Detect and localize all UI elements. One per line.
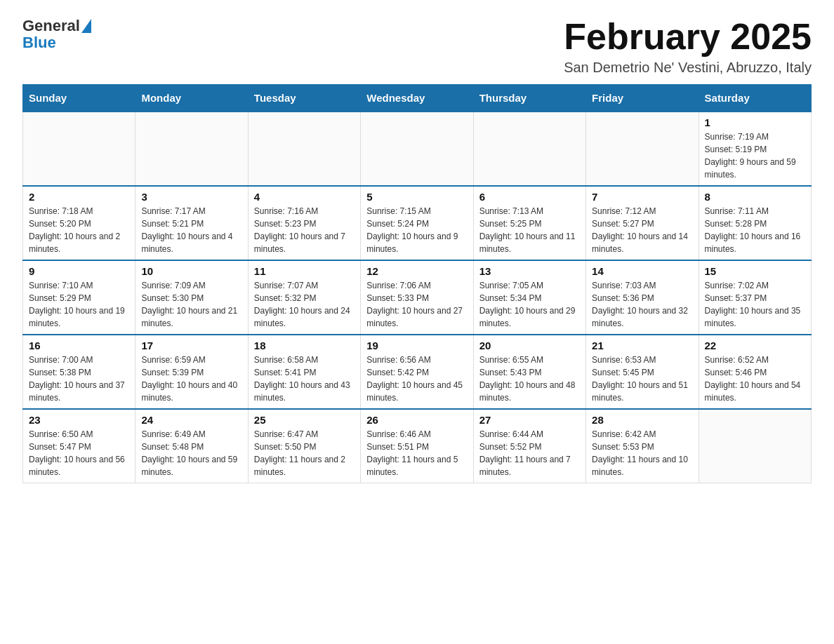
calendar-cell [473, 112, 585, 186]
day-info: Sunrise: 6:46 AMSunset: 5:51 PMDaylight:… [366, 428, 467, 478]
day-header-tuesday: Tuesday [248, 85, 360, 112]
day-info: Sunrise: 6:55 AMSunset: 5:43 PMDaylight:… [479, 354, 580, 404]
day-info: Sunrise: 7:09 AMSunset: 5:30 PMDaylight:… [141, 279, 241, 330]
day-header-sunday: Sunday [23, 85, 135, 112]
calendar-cell: 22Sunrise: 6:52 AMSunset: 5:46 PMDayligh… [699, 335, 811, 409]
day-number: 12 [366, 265, 467, 277]
logo: General Blue [22, 17, 91, 52]
calendar-cell: 6Sunrise: 7:13 AMSunset: 5:25 PMDaylight… [473, 186, 585, 260]
calendar-cell: 19Sunrise: 6:56 AMSunset: 5:42 PMDayligh… [361, 335, 473, 409]
calendar-cell: 8Sunrise: 7:11 AMSunset: 5:28 PMDaylight… [699, 186, 811, 260]
day-header-monday: Monday [135, 85, 248, 112]
day-number: 24 [141, 414, 241, 426]
calendar-cell: 24Sunrise: 6:49 AMSunset: 5:48 PMDayligh… [135, 409, 248, 483]
calendar-cell: 7Sunrise: 7:12 AMSunset: 5:27 PMDaylight… [586, 186, 699, 260]
day-info: Sunrise: 7:12 AMSunset: 5:27 PMDaylight:… [592, 205, 692, 255]
title-section: February 2025 San Demetrio Ne' Vestini, … [564, 17, 812, 76]
calendar-week-row: 23Sunrise: 6:50 AMSunset: 5:47 PMDayligh… [23, 409, 812, 483]
calendar-cell: 5Sunrise: 7:15 AMSunset: 5:24 PMDaylight… [361, 186, 473, 260]
day-info: Sunrise: 6:56 AMSunset: 5:42 PMDaylight:… [366, 354, 467, 404]
day-header-friday: Friday [586, 85, 699, 112]
day-number: 26 [366, 414, 467, 426]
day-info: Sunrise: 6:58 AMSunset: 5:41 PMDaylight:… [254, 354, 355, 404]
calendar-cell [135, 112, 248, 186]
day-info: Sunrise: 7:19 AMSunset: 5:19 PMDaylight:… [705, 130, 805, 181]
calendar-cell: 11Sunrise: 7:07 AMSunset: 5:32 PMDayligh… [248, 260, 360, 335]
day-info: Sunrise: 7:16 AMSunset: 5:23 PMDaylight:… [254, 205, 355, 255]
page-header: General Blue February 2025 San Demetrio … [22, 17, 812, 76]
day-info: Sunrise: 6:53 AMSunset: 5:45 PMDaylight:… [592, 354, 692, 404]
calendar-cell: 25Sunrise: 6:47 AMSunset: 5:50 PMDayligh… [248, 409, 360, 483]
location-subtitle: San Demetrio Ne' Vestini, Abruzzo, Italy [564, 60, 812, 76]
calendar-week-row: 16Sunrise: 7:00 AMSunset: 5:38 PMDayligh… [23, 335, 812, 409]
logo-general-text: General [22, 17, 80, 35]
day-number: 17 [141, 340, 241, 351]
day-info: Sunrise: 6:50 AMSunset: 5:47 PMDaylight:… [29, 428, 129, 478]
day-number: 7 [592, 191, 692, 203]
logo-blue-text: Blue [22, 34, 56, 52]
day-info: Sunrise: 6:44 AMSunset: 5:52 PMDaylight:… [479, 428, 580, 478]
calendar-cell: 1Sunrise: 7:19 AMSunset: 5:19 PMDaylight… [699, 112, 811, 186]
day-header-thursday: Thursday [473, 85, 585, 112]
calendar-header-row: SundayMondayTuesdayWednesdayThursdayFrid… [23, 85, 812, 112]
day-number: 13 [479, 265, 580, 277]
day-info: Sunrise: 6:52 AMSunset: 5:46 PMDaylight:… [705, 354, 805, 404]
day-number: 3 [141, 191, 241, 203]
calendar-cell: 28Sunrise: 6:42 AMSunset: 5:53 PMDayligh… [586, 409, 699, 483]
day-number: 18 [254, 340, 355, 351]
calendar-week-row: 9Sunrise: 7:10 AMSunset: 5:29 PMDaylight… [23, 260, 812, 335]
day-number: 16 [29, 340, 129, 351]
day-info: Sunrise: 7:00 AMSunset: 5:38 PMDaylight:… [29, 354, 129, 404]
day-info: Sunrise: 7:05 AMSunset: 5:34 PMDaylight:… [479, 279, 580, 330]
day-header-saturday: Saturday [699, 85, 811, 112]
calendar-cell [699, 409, 811, 483]
day-info: Sunrise: 7:07 AMSunset: 5:32 PMDaylight:… [254, 279, 355, 330]
calendar-cell [586, 112, 699, 186]
calendar-cell: 21Sunrise: 6:53 AMSunset: 5:45 PMDayligh… [586, 335, 699, 409]
calendar-week-row: 1Sunrise: 7:19 AMSunset: 5:19 PMDaylight… [23, 112, 812, 186]
calendar-cell: 9Sunrise: 7:10 AMSunset: 5:29 PMDaylight… [23, 260, 135, 335]
day-number: 4 [254, 191, 355, 203]
day-number: 22 [705, 340, 805, 351]
day-number: 10 [141, 265, 241, 277]
day-number: 23 [29, 414, 129, 426]
day-number: 5 [366, 191, 467, 203]
calendar-cell: 26Sunrise: 6:46 AMSunset: 5:51 PMDayligh… [361, 409, 473, 483]
calendar-week-row: 2Sunrise: 7:18 AMSunset: 5:20 PMDaylight… [23, 186, 812, 260]
day-number: 2 [29, 191, 129, 203]
calendar-cell: 20Sunrise: 6:55 AMSunset: 5:43 PMDayligh… [473, 335, 585, 409]
calendar-cell: 17Sunrise: 6:59 AMSunset: 5:39 PMDayligh… [135, 335, 248, 409]
day-number: 25 [254, 414, 355, 426]
day-header-wednesday: Wednesday [361, 85, 473, 112]
day-number: 1 [705, 116, 805, 128]
month-title: February 2025 [564, 17, 812, 57]
calendar-cell [361, 112, 473, 186]
calendar-cell: 23Sunrise: 6:50 AMSunset: 5:47 PMDayligh… [23, 409, 135, 483]
calendar-cell [248, 112, 360, 186]
day-number: 15 [705, 265, 805, 277]
day-number: 9 [29, 265, 129, 277]
calendar-cell: 13Sunrise: 7:05 AMSunset: 5:34 PMDayligh… [473, 260, 585, 335]
day-info: Sunrise: 7:06 AMSunset: 5:33 PMDaylight:… [366, 279, 467, 330]
calendar-cell: 15Sunrise: 7:02 AMSunset: 5:37 PMDayligh… [699, 260, 811, 335]
day-number: 27 [479, 414, 580, 426]
day-number: 28 [592, 414, 692, 426]
day-info: Sunrise: 7:18 AMSunset: 5:20 PMDaylight:… [29, 205, 129, 255]
day-number: 20 [479, 340, 580, 351]
calendar-cell: 4Sunrise: 7:16 AMSunset: 5:23 PMDaylight… [248, 186, 360, 260]
day-number: 14 [592, 265, 692, 277]
day-number: 19 [366, 340, 467, 351]
calendar-cell: 12Sunrise: 7:06 AMSunset: 5:33 PMDayligh… [361, 260, 473, 335]
calendar-cell: 14Sunrise: 7:03 AMSunset: 5:36 PMDayligh… [586, 260, 699, 335]
calendar-cell: 16Sunrise: 7:00 AMSunset: 5:38 PMDayligh… [23, 335, 135, 409]
calendar-cell [23, 112, 135, 186]
calendar-cell: 3Sunrise: 7:17 AMSunset: 5:21 PMDaylight… [135, 186, 248, 260]
day-info: Sunrise: 7:11 AMSunset: 5:28 PMDaylight:… [705, 205, 805, 255]
day-number: 11 [254, 265, 355, 277]
day-info: Sunrise: 7:03 AMSunset: 5:36 PMDaylight:… [592, 279, 692, 330]
day-info: Sunrise: 7:13 AMSunset: 5:25 PMDaylight:… [479, 205, 580, 255]
day-info: Sunrise: 6:47 AMSunset: 5:50 PMDaylight:… [254, 428, 355, 478]
calendar-cell: 10Sunrise: 7:09 AMSunset: 5:30 PMDayligh… [135, 260, 248, 335]
calendar-cell: 18Sunrise: 6:58 AMSunset: 5:41 PMDayligh… [248, 335, 360, 409]
day-info: Sunrise: 6:49 AMSunset: 5:48 PMDaylight:… [141, 428, 241, 478]
